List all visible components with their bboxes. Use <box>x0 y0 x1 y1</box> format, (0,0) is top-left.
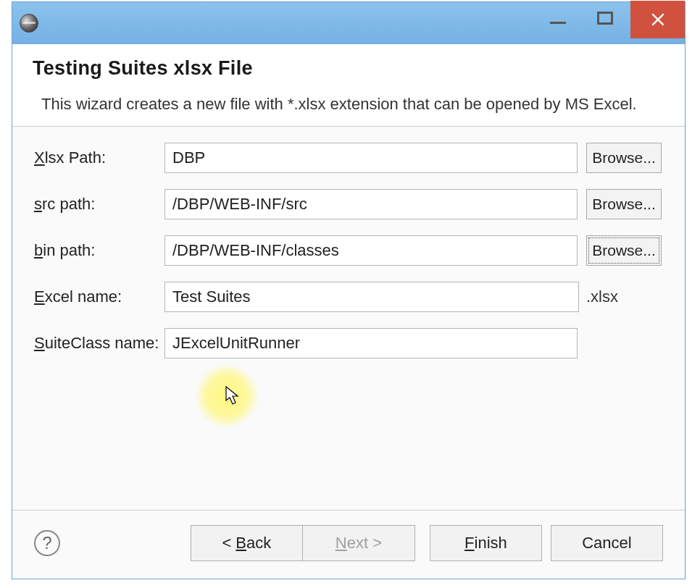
help-button[interactable]: ? <box>34 530 60 556</box>
suiteclass-name-label: SuiteClass name: <box>34 334 164 353</box>
bin-path-row: bin path: Browse... <box>34 235 662 266</box>
excel-name-label: Excel name: <box>34 287 164 306</box>
wizard-title: Testing Suites xlsx File <box>33 57 664 80</box>
wizard-header: Testing Suites xlsx File This wizard cre… <box>12 44 685 127</box>
button-bar: ? < Back Next > Finish Cancel <box>12 511 685 579</box>
src-path-input[interactable] <box>164 189 578 219</box>
excel-name-row: Excel name: .xlsx <box>34 282 662 312</box>
xlsx-path-input[interactable] <box>164 143 578 173</box>
wizard-description: This wizard creates a new file with *.xl… <box>33 93 664 116</box>
src-path-row: src path: Browse... <box>34 189 662 219</box>
dialog-window: Testing Suites xlsx File This wizard cre… <box>12 1 686 579</box>
back-button[interactable]: < Back <box>191 525 303 561</box>
cursor-icon <box>225 386 241 406</box>
src-path-label: src path: <box>34 195 164 214</box>
xlsx-path-row: Xlsx Path: Browse... <box>34 143 662 173</box>
excel-name-input[interactable] <box>164 282 579 312</box>
suiteclass-name-input[interactable] <box>164 328 578 358</box>
titlebar[interactable] <box>12 2 685 44</box>
xlsx-path-label: Xlsx Path: <box>34 148 164 167</box>
bin-path-input[interactable] <box>164 235 578 266</box>
eclipse-icon <box>20 14 38 33</box>
finish-button[interactable]: Finish <box>430 525 542 561</box>
form-spacer <box>12 380 685 511</box>
close-button[interactable] <box>630 1 685 38</box>
bin-path-browse-button[interactable]: Browse... <box>586 235 662 266</box>
excel-extension-label: .xlsx <box>586 287 662 306</box>
xlsx-path-browse-button[interactable]: Browse... <box>586 143 662 173</box>
src-path-browse-button[interactable]: Browse... <box>586 189 662 219</box>
minimize-button[interactable] <box>536 2 580 34</box>
bin-path-label: bin path: <box>34 241 164 260</box>
cancel-button[interactable]: Cancel <box>551 525 663 561</box>
suiteclass-name-row: SuiteClass name: <box>34 328 662 358</box>
maximize-button[interactable] <box>580 2 630 34</box>
form-area: Xlsx Path: Browse... src path: Browse...… <box>12 127 685 380</box>
next-button: Next > <box>303 525 415 561</box>
